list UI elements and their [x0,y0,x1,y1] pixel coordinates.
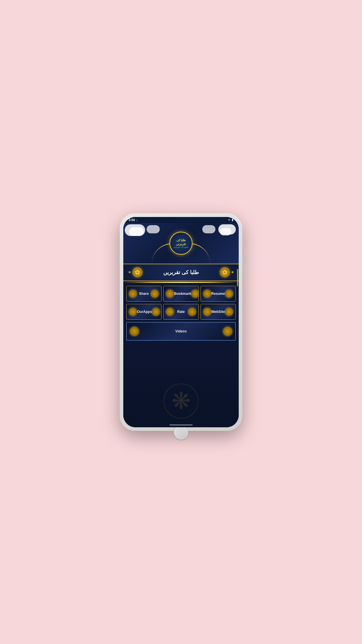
center-emblem: طلبا کی تقریریں بچوں کی تقریریں [169,232,193,255]
home-indicator [169,424,193,426]
scroll-indicator [237,269,238,286]
airplane-icon: ✈ [228,218,230,221]
buttons-section: Share Bookmark Resume OurApps Rate [123,284,239,355]
divider-top [123,282,239,283]
emblem-line1: طلبا کی [176,238,186,242]
mandala-inner [164,384,198,419]
app-content: 3:56 ↓ ✈ ▮ [123,217,239,427]
resume-button[interactable]: Resume [201,286,236,302]
share-label: Share [137,292,151,296]
bottom-area [123,355,239,427]
battery-icon: ▮ [232,218,233,221]
right-ornament [219,267,231,278]
bookmark-button[interactable]: Bookmark [163,286,198,302]
app-title: طلبا کی تقریریں [143,269,219,276]
videos-button[interactable]: Videos [126,322,236,341]
ourapps-label: OurApps [137,310,152,314]
status-time: 3:56 ↓ [129,218,138,222]
website-label: WebSite [211,310,225,314]
status-icons: ✈ ▮ [228,218,233,221]
share-button[interactable]: Share [126,286,161,302]
right-ornament-flower [220,267,230,277]
phone-screen: 3:56 ↓ ✈ ▮ [123,217,239,427]
buttons-row-1: Share Bookmark Resume [126,286,236,302]
videos-right-ornament [223,327,232,336]
emblem-text: طلبا کی تقریریں [176,238,186,246]
title-bar: طلبا کی تقریریں [123,264,239,281]
buttons-row-3: Videos [126,322,236,341]
cloud-4 [220,228,231,235]
cloud-2 [129,227,144,236]
bookmark-label: Bookmark [174,292,191,296]
videos-label: Videos [139,329,223,333]
emblem-circle: طلبا کی تقریریں بچوں کی تقریریں [169,232,193,255]
buttons-row-2: OurApps Rate WebSite [126,304,236,320]
left-ornament [131,267,143,278]
emblem-line2: تقریریں [176,242,186,246]
website-button[interactable]: WebSite [201,304,236,320]
time-display: 3:56 [129,218,135,222]
header-banner: طلبا کی تقریریں بچوں کی تقریریں [123,223,239,264]
status-bar: 3:56 ↓ ✈ ▮ [123,217,239,223]
cloud-6 [202,225,215,233]
download-icon: ↓ [136,218,138,222]
emblem-subtitle: بچوں کی تقریریں [173,246,189,248]
resume-label: Resume [211,292,225,296]
rate-button[interactable]: Rate [163,304,198,320]
videos-left-ornament [130,327,139,336]
cloud-5 [147,225,160,233]
phone-frame: 3:56 ↓ ✈ ▮ [120,214,242,431]
notch [173,217,189,222]
left-ornament-flower [132,267,143,277]
mandala-decoration [164,384,198,419]
ourapps-button[interactable]: OurApps [126,304,161,320]
rate-label: Rate [174,310,188,314]
